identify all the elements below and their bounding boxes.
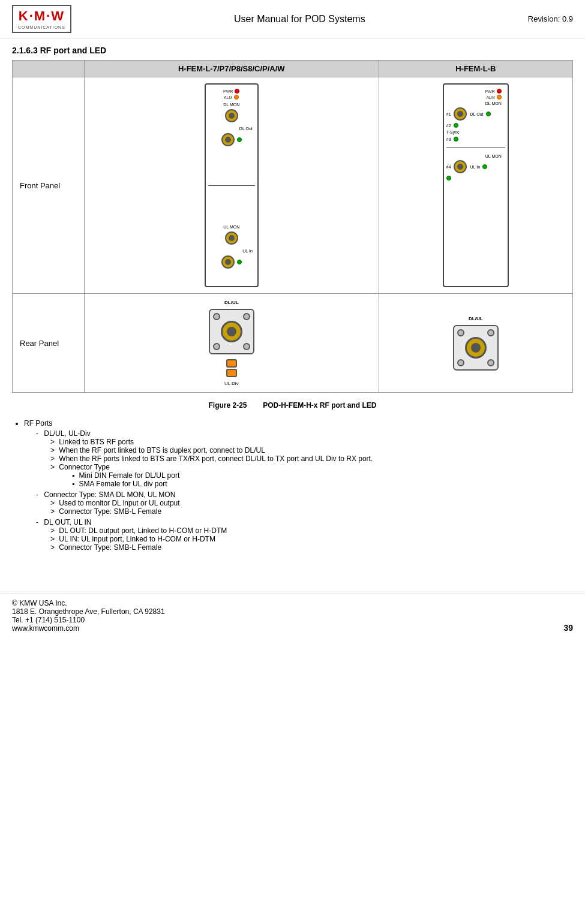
child-3-1: > UL IN: UL input port, Linked to H-COM … [50, 535, 573, 543]
ul-in-label-left: UL In [242, 249, 252, 253]
pwr-led-right [497, 89, 502, 94]
port-3-led [454, 137, 458, 142]
dl-out-row-right: #1 DL Out [446, 107, 491, 121]
label-1: #1 [446, 112, 451, 116]
ul-in-led-left [237, 260, 242, 264]
rear-center-connector-left [221, 321, 242, 342]
dl-out-connector-right [454, 107, 467, 121]
ul-in-conn-inner-right [457, 164, 463, 170]
panel-divider-right [446, 148, 505, 148]
screw-br-right [487, 359, 494, 366]
screw-bl-left [213, 343, 220, 350]
dl-mon-connector-inner [229, 113, 235, 119]
rear-left-panel-box [209, 309, 254, 354]
dl-out-row-left [221, 133, 242, 146]
dl-mon-connector [225, 109, 238, 122]
child-2-1: > Connector Type: SMB-L Female [50, 507, 573, 516]
dl-ul-label-left: DL/UL [224, 300, 239, 305]
t-sync-row: T-Sync [446, 130, 460, 134]
rear-center-inner-right [471, 343, 481, 353]
header-revision: Revision: 0.9 [528, 14, 573, 23]
ul-in-connector-inner-left [225, 259, 231, 265]
label-4: #4 [446, 165, 451, 169]
ul-in-led-right [482, 164, 487, 169]
front-right-cell: PWR ALM DL MON #1 [379, 77, 572, 294]
sub-item-3: - DL OUT, UL IN > DL OUT: DL output port… [36, 518, 573, 552]
alm-label-right: ALM [486, 95, 494, 100]
pwr-row: PWR [223, 89, 239, 94]
sub-item-2-label: Connector Type: SMA DL MON, UL MON [44, 490, 175, 499]
main-table: H-FEM-L-7/P7/P8/S8/C/P/A/W H-FEM-L-B Fro… [12, 60, 573, 393]
child-1-1: > When the RF port linked to BTS is dupl… [50, 446, 573, 455]
ul-div-stack [226, 359, 237, 377]
logo-sub: COMMUNICATIONS [18, 25, 65, 29]
rear-center-inner-left [227, 327, 236, 336]
rear-right-cell: DL/UL [379, 294, 572, 393]
rear-left-cell: DL/UL UL Div [85, 294, 379, 393]
header-title: User Manual for POD Systems [71, 14, 528, 25]
footer-left: © KMW USA Inc. 1818 E. Orangethrope Ave,… [12, 599, 165, 633]
figure-caption: Figure 2-25 POD-H-FEM-H-x RF port and LE… [12, 401, 573, 410]
page-header: K·M·W COMMUNICATIONS User Manual for POD… [0, 0, 585, 38]
dl-out-conn-inner-right [457, 111, 463, 117]
footer-tel: Tel. +1 (714) 515-1100 [12, 616, 165, 624]
footer-page: 39 [563, 623, 573, 633]
footer-address: 1818 E. Orangethrope Ave, Fullerton, CA … [12, 607, 165, 616]
dl-mon-label-right: DL MON [485, 101, 502, 106]
footer: © KMW USA Inc. 1818 E. Orangethrope Ave,… [0, 594, 585, 637]
rear-panel-label: Rear Panel [13, 294, 85, 393]
port-2-led [454, 123, 458, 128]
sub-item-3-children: > DL OUT: DL output port, Linked to H-CO… [50, 526, 573, 552]
figure-text: POD-H-FEM-H-x RF port and LED [263, 401, 376, 410]
ul-in-row-right: #4 UL In [446, 160, 487, 173]
rear-right-panel-box [453, 325, 499, 371]
footer-company: © KMW USA Inc. [12, 599, 165, 607]
alm-row: ALM [224, 95, 239, 100]
panel-divider-left [208, 185, 255, 186]
ul-in-connector-left [221, 255, 235, 269]
dl-out-led-right [486, 112, 491, 116]
t-sync-label: T-Sync [446, 130, 460, 134]
screw-br-left [243, 343, 250, 350]
col3-header: H-FEM-L-B [379, 61, 572, 77]
child-1-0: > Linked to BTS RF ports [50, 438, 573, 446]
ul-mon-connector-row-left [225, 231, 238, 245]
sub-items-container: - DL/UL, UL-Div > Linked to BTS RF ports… [36, 429, 573, 552]
ul-in-connector-right [454, 160, 467, 173]
sub-item-1-children: > Linked to BTS RF ports > When the RF p… [50, 438, 573, 488]
dl-mon-label-left: DL MON [223, 103, 239, 107]
dl-mon-connector-row [225, 109, 238, 122]
sub-item-1-label: DL/UL, UL-Div [44, 429, 90, 438]
conn-type-0: ▪ Mini DIN Female for DL/UL port [72, 471, 573, 480]
ul-mon-connector-left [225, 231, 238, 245]
bullet-section: RF Ports - DL/UL, UL-Div > Linked to BTS… [0, 416, 585, 558]
sub-item-2-children: > Used to monitor DL input or UL output … [50, 499, 573, 516]
label-3: #3 [446, 137, 451, 142]
footer-website: www.kmwcomm.com [12, 624, 165, 633]
front-right-panel: PWR ALM DL MON #1 [443, 83, 509, 287]
child-3-0: > DL OUT: DL output port, Linked to H-CO… [50, 526, 573, 535]
logo-area: K·M·W COMMUNICATIONS [12, 5, 71, 33]
port-extra-row [446, 176, 451, 180]
rear-right-diagram: DL/UL [385, 316, 566, 371]
ul-div-label: UL Div [224, 381, 239, 386]
pwr-label: PWR [223, 89, 233, 94]
sub-item-3-label: DL OUT, UL IN [44, 518, 91, 526]
screw-tr-left [243, 313, 250, 320]
child-3-2: > Connector Type: SMB-L Female [50, 543, 573, 552]
figure-label: Figure 2-25 [208, 401, 247, 410]
section-heading: 2.1.6.3 RF port and LED [0, 38, 585, 60]
alm-row-right: ALM [486, 95, 501, 100]
screw-tr-right [487, 329, 494, 336]
front-left-cell: PWR ALM DL MON [85, 77, 379, 294]
ul-mon-label-right: UL MON [485, 154, 502, 158]
dl-out-label-right: DL Out [470, 112, 484, 116]
screw-tl-left [213, 313, 220, 320]
child-1-2: > When the RF ports linked to BTS are TX… [50, 455, 573, 463]
ul-div-top [226, 359, 237, 368]
rear-center-connector-right [465, 337, 487, 359]
ul-mon-label-left: UL MON [223, 225, 239, 229]
pwr-led [235, 89, 239, 94]
logo-box: K·M·W COMMUNICATIONS [12, 5, 71, 33]
conn-type-1: ▪ SMA Female for UL div port [72, 480, 573, 488]
